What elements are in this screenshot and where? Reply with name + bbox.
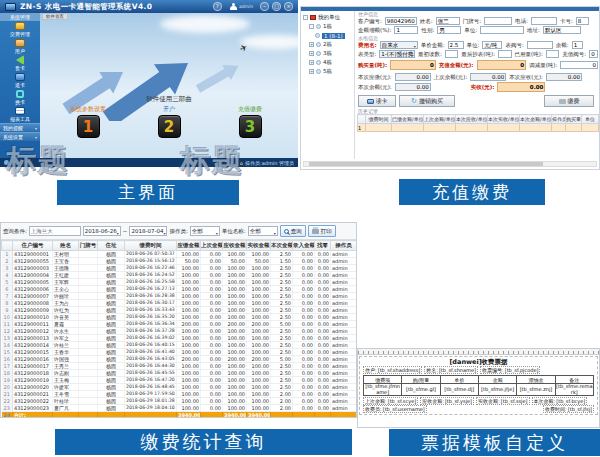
surcharge-input[interactable]: 1 <box>394 26 418 34</box>
sidebar-item-payment[interactable]: 交费管理 <box>0 21 40 38</box>
tab-home[interactable]: 软件首页 <box>42 13 68 20</box>
adjust-amount-input[interactable]: 0 <box>560 61 598 69</box>
name-input[interactable]: 张三 <box>436 17 460 25</box>
collapse-icon[interactable] <box>303 15 308 20</box>
recharge-money-input[interactable]: 0 <box>477 60 527 70</box>
tree-root[interactable]: 我的单位 <box>301 13 354 22</box>
expand-icon[interactable] <box>309 69 314 74</box>
received-input[interactable]: 0.00 <box>497 82 545 92</box>
address-input[interactable]: 默认区 <box>543 26 581 34</box>
table-row[interactable]: 1143129000011夏霞杨园2018-06-26 16:36:34200.… <box>2 321 357 328</box>
table-row[interactable]: 343129000003王德隆杨园2018-06-26 16:22:46100.… <box>2 265 357 272</box>
table-row[interactable]: 1543129000015王春华杨园2018-06-26 16:41:40100… <box>2 349 357 356</box>
table-row[interactable]: 24合计:3940.003940.003940.00 <box>2 412 357 419</box>
column-header[interactable]: 应收金额 <box>223 241 247 251</box>
column-header[interactable]: 本次应收/单位(元) <box>456 115 488 124</box>
table-row[interactable]: 2043129000020许建军杨园2018-06-26 16:48:45100… <box>2 384 357 391</box>
initial-reading-input[interactable] <box>445 50 459 58</box>
template-field[interactable]: 收费时间:[tb_sf.jfsj] <box>543 405 594 413</box>
date-to-input[interactable]: 2018-07-04 <box>129 226 167 236</box>
table-row[interactable]: 743129000007许丽珍杨园2018-06-26 16:28:38100.… <box>2 293 357 300</box>
column-header[interactable]: 本次余额/单位(元) <box>520 115 552 124</box>
table-row[interactable]: 943129000009许红为杨园2018-06-26 16:33:43100.… <box>2 307 357 314</box>
column-header[interactable]: 操作员 <box>552 115 566 124</box>
column-header[interactable]: 已缴金额/单位(元) <box>392 115 424 124</box>
cancel-purchase-button[interactable]: ↻ 撤销购买 <box>399 95 455 107</box>
horizontal-scrollbar[interactable] <box>303 161 597 167</box>
customer-no-input[interactable]: 98042960 <box>385 17 417 25</box>
scrollbar-thumb[interactable] <box>309 162 543 166</box>
door-no-input[interactable] <box>484 17 512 25</box>
collapse-icon[interactable] <box>309 24 314 29</box>
sidebar-item-users[interactable]: 用户 <box>0 38 40 55</box>
used-input[interactable] <box>546 50 560 58</box>
close-button[interactable]: × <box>284 2 293 11</box>
column-header[interactable]: 上次余额/单位(元) <box>424 115 456 124</box>
column-header[interactable]: 金额 <box>478 376 516 384</box>
table-row[interactable]: 1343129000013许军之杨园2018-06-26 16:39:02100… <box>2 335 357 342</box>
template-field[interactable]: 应收金额:[tb_sf.ysje] <box>420 397 474 405</box>
expand-icon[interactable] <box>309 42 314 47</box>
date-from-input[interactable]: 2018-06-26 <box>83 226 121 236</box>
table-row[interactable]: 2343129000023夏广凡杨园2018-06-29 18:04:10100… <box>2 405 357 412</box>
column-header[interactable]: 上次金额 <box>201 241 223 251</box>
print-button[interactable]: 打印 <box>308 225 336 237</box>
template-field[interactable]: 住户:[tb_sf.shaddress] <box>363 366 422 374</box>
price-unit-input[interactable]: 元/吨 <box>482 41 502 49</box>
tree-node-building3[interactable]: 3栋 <box>301 49 354 58</box>
column-header[interactable]: 本次实收/单位(元) <box>488 115 520 124</box>
table-row[interactable]: 643129000006王全心杨园2018-06-26 16:27:13100.… <box>2 286 357 293</box>
card-no-input[interactable]: 8 <box>576 17 589 25</box>
column-header[interactable]: 备注 <box>555 376 593 384</box>
balance-input[interactable]: 1 <box>572 41 583 49</box>
operator-select[interactable]: 全部 <box>190 226 220 236</box>
column-header[interactable]: 应缴金额 <box>177 241 201 251</box>
column-header[interactable]: 购/用量 <box>402 376 440 384</box>
restore-button[interactable]: □ <box>272 2 281 11</box>
column-header[interactable]: 住户编号 <box>13 241 53 251</box>
template-designer[interactable]: [danwei]收费票据 住户:[tb_sf.shaddress] 姓名:[tb… <box>359 356 598 415</box>
column-header[interactable]: 找零 <box>315 241 331 251</box>
column-header[interactable]: 门牌号 <box>79 241 98 251</box>
meter-valve-input[interactable] <box>527 41 553 49</box>
unit-price-input[interactable]: 2.5 <box>448 41 464 49</box>
help-icon[interactable]: ? <box>213 2 222 11</box>
column-header[interactable] <box>2 241 13 251</box>
template-field[interactable]: 本次余额:[tb_sf.bcye] <box>532 397 588 405</box>
column-header[interactable]: 录入金额 <box>293 241 315 251</box>
expand-icon[interactable] <box>309 51 314 56</box>
table-row[interactable]: 443129000004王红建杨园2018-06-26 16:24:52100.… <box>2 272 357 279</box>
sidebar-item-reports[interactable]: 报表工具 <box>0 106 40 123</box>
accordion-my-reminders[interactable]: 我的提醒 <box>0 123 40 132</box>
column-header[interactable]: 滞纳金 <box>517 376 555 384</box>
table-row[interactable]: 1943129000019王玉梅杨园2018-06-26 16:47:20100… <box>2 377 357 384</box>
column-header[interactable]: 单位 <box>582 115 599 124</box>
column-header[interactable]: 操作员 <box>331 241 357 251</box>
sidebar-item-replace-card[interactable]: 换卡 <box>0 89 40 106</box>
minimize-button[interactable]: – <box>260 2 269 11</box>
column-header[interactable]: 姓名 <box>53 241 79 251</box>
template-field[interactable]: 收票编号:[tb_sf.pjcode] <box>480 366 540 374</box>
column-header[interactable]: 本次金额 <box>271 241 293 251</box>
table-row[interactable]: 143129000001王村明杨园2018-06-26 07:50:37100.… <box>2 251 357 258</box>
tree-node-building5[interactable]: 5栋 <box>301 67 354 76</box>
sidebar-item-return-card[interactable]: 退卡 <box>0 72 40 89</box>
column-header[interactable] <box>358 115 366 124</box>
tree-node-building4[interactable]: 4栋 <box>301 58 354 67</box>
column-header[interactable]: 缴费项 <box>364 376 402 384</box>
table-row[interactable]: 543129000005王军辉杨园2018-06-26 16:25:58100.… <box>2 279 357 286</box>
table-row[interactable]: 843129000008王为占杨园2018-06-26 16:30:17100.… <box>2 300 357 307</box>
table-row[interactable]: 1443129000014许桂兰杨园2018-06-26 16:40:15100… <box>2 342 357 349</box>
tree-node-building1[interactable]: 1栋 <box>301 22 354 31</box>
table-row[interactable]: 1843129000018许志刚杨园2018-06-26 16:45:55100… <box>2 370 357 377</box>
template-field[interactable]: 上次余额:[tb_sf.scye] <box>363 397 418 405</box>
unit-input[interactable] <box>480 26 524 34</box>
template-table[interactable]: 缴费项购/用量单价金额滞纳金备注 [tb_sfme.jfmname][tb_sf… <box>363 375 594 396</box>
column-header[interactable]: 购买量 <box>566 115 582 124</box>
tree-node-building2[interactable]: 2栋 <box>301 40 354 49</box>
table-row[interactable]: 2243129000022叶桂珍杨园2018-06-29 18:01:28100… <box>2 398 357 405</box>
expand-icon[interactable] <box>309 60 314 65</box>
column-header[interactable]: 住址 <box>98 241 125 251</box>
table-row[interactable]: 1743129000017王秀兰杨园2018-06-26 16:44:30100… <box>2 363 357 370</box>
recharge-valve-input[interactable]: 0 <box>589 50 598 58</box>
